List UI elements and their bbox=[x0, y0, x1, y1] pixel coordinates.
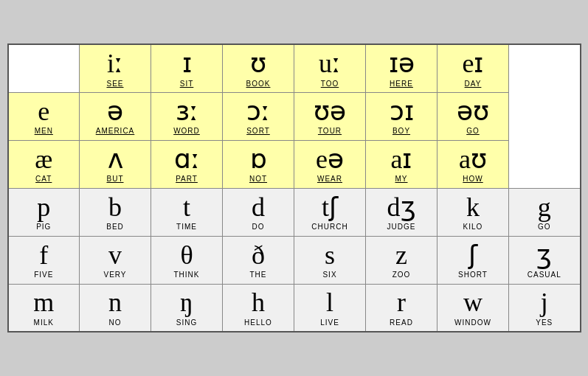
cell-kilo: k KILO bbox=[437, 188, 509, 236]
cell-day: eɪ DAY bbox=[437, 44, 509, 92]
symbol-bed: b bbox=[83, 193, 148, 223]
symbol-time: t bbox=[154, 193, 219, 223]
word-do: DO bbox=[226, 223, 291, 231]
symbol-america: ə bbox=[83, 97, 148, 127]
symbol-here: ɪə bbox=[369, 49, 434, 79]
cell-very: v VERY bbox=[80, 236, 151, 284]
word-very: VERY bbox=[83, 271, 148, 279]
cell-judge: dʒ JUDGE bbox=[366, 188, 437, 236]
vowel-row-1: iː SEE ɪ SIT ʊ BOOK uː TOO ɪə HERE eɪ DA… bbox=[8, 44, 581, 92]
cell-six: s SIX bbox=[294, 236, 366, 284]
symbol-kilo: k bbox=[440, 193, 505, 223]
cell-see: iː SEE bbox=[80, 44, 151, 92]
cell-no: n NO bbox=[80, 284, 151, 332]
cell-read: r READ bbox=[366, 284, 437, 332]
symbol-window: w bbox=[440, 288, 505, 318]
consonant-row-3: m MILK n NO ŋ SING h HELLO l LIVE r READ… bbox=[8, 284, 581, 332]
symbol-church: tʃ bbox=[297, 193, 362, 223]
word-my: MY bbox=[369, 175, 434, 183]
cell-my: aɪ MY bbox=[366, 140, 437, 188]
cell-think: θ THINK bbox=[151, 236, 223, 284]
cell-window: w WINDOW bbox=[437, 284, 509, 332]
symbol-but: ʌ bbox=[83, 145, 148, 175]
symbol-yes: j bbox=[512, 288, 577, 318]
symbol-book: ʊ bbox=[226, 49, 291, 79]
symbol-sing: ŋ bbox=[154, 288, 219, 318]
empty-cell bbox=[8, 44, 80, 92]
symbol-how: aʊ bbox=[440, 145, 505, 175]
word-sing: SING bbox=[154, 318, 219, 327]
word-read: READ bbox=[369, 318, 434, 327]
ipa-chart: iː SEE ɪ SIT ʊ BOOK uː TOO ɪə HERE eɪ DA… bbox=[7, 43, 581, 333]
cell-here: ɪə HERE bbox=[366, 44, 437, 92]
word-milk: MILK bbox=[12, 318, 77, 327]
symbol-no: n bbox=[83, 288, 148, 318]
symbol-judge: dʒ bbox=[369, 193, 434, 223]
cell-cat: æ CAT bbox=[8, 140, 80, 188]
cell-hello: h HELLO bbox=[223, 284, 294, 332]
cell-milk: m MILK bbox=[8, 284, 80, 332]
symbol-cat: æ bbox=[12, 145, 77, 175]
symbol-day: eɪ bbox=[440, 49, 505, 79]
word-short: SHORT bbox=[440, 271, 505, 279]
word-not: NOT bbox=[226, 175, 291, 183]
symbol-zoo: z bbox=[369, 241, 434, 271]
cell-pig: p PIG bbox=[8, 188, 80, 236]
cell-yes: j YES bbox=[509, 284, 581, 332]
cell-time: t TIME bbox=[151, 188, 223, 236]
word-think: THINK bbox=[154, 271, 219, 279]
word-no: NO bbox=[83, 318, 148, 327]
symbol-part: ɑː bbox=[154, 145, 219, 175]
word-part: PART bbox=[154, 175, 219, 183]
word-sort: SORT bbox=[226, 127, 291, 135]
word-day: DAY bbox=[440, 80, 505, 88]
word-cat: CAT bbox=[12, 175, 77, 183]
cell-part: ɑː PART bbox=[151, 140, 223, 188]
cell-the: ð THE bbox=[223, 236, 294, 284]
cell-church: tʃ CHURCH bbox=[294, 188, 366, 236]
symbol-the: ð bbox=[226, 241, 291, 271]
word-america: AMERICA bbox=[83, 127, 148, 135]
word-the: THE bbox=[226, 271, 291, 279]
cell-book: ʊ BOOK bbox=[223, 44, 294, 92]
cell-zoo: z ZOO bbox=[366, 236, 437, 284]
symbol-my: aɪ bbox=[369, 145, 434, 175]
symbol-tour: ʊə bbox=[297, 97, 362, 127]
symbol-go-cons: g bbox=[512, 193, 577, 223]
word-zoo: ZOO bbox=[369, 271, 434, 279]
word-casual: CASUAL bbox=[512, 271, 577, 279]
cell-america: ə AMERICA bbox=[80, 92, 151, 140]
symbol-too: uː bbox=[297, 49, 362, 79]
word-five: FIVE bbox=[12, 271, 77, 279]
word-window: WINDOW bbox=[440, 318, 505, 327]
cell-five: f FIVE bbox=[8, 236, 80, 284]
symbol-very: v bbox=[83, 241, 148, 271]
cell-how: aʊ HOW bbox=[437, 140, 509, 188]
word-judge: JUDGE bbox=[369, 223, 434, 231]
consonant-row-1: p PIG b BED t TIME d DO tʃ CHURCH dʒ JUD… bbox=[8, 188, 581, 236]
cell-wear: eə WEAR bbox=[294, 140, 366, 188]
word-six: SIX bbox=[297, 271, 362, 279]
symbol-sit: ɪ bbox=[154, 49, 219, 79]
symbol-six: s bbox=[297, 241, 362, 271]
word-see: SEE bbox=[83, 80, 148, 88]
cell-sort: ɔː SORT bbox=[223, 92, 294, 140]
symbol-go-vowel: əʊ bbox=[440, 97, 505, 127]
cell-short: ʃ SHORT bbox=[437, 236, 509, 284]
word-how: HOW bbox=[440, 175, 505, 183]
cell-bed: b BED bbox=[80, 188, 151, 236]
word-word: WORD bbox=[154, 127, 219, 135]
symbol-five: f bbox=[12, 241, 77, 271]
word-here: HERE bbox=[369, 80, 434, 88]
word-live: LIVE bbox=[297, 318, 362, 327]
word-bed: BED bbox=[83, 223, 148, 231]
word-go-vowel: GO bbox=[440, 127, 505, 135]
word-wear: WEAR bbox=[297, 175, 362, 183]
cell-casual: ʒ CASUAL bbox=[509, 236, 581, 284]
word-time: TIME bbox=[154, 223, 219, 231]
symbol-boy: ɔɪ bbox=[369, 97, 434, 127]
vowel-row-3: æ CAT ʌ BUT ɑː PART ɒ NOT eə WEAR aɪ MY … bbox=[8, 140, 581, 188]
cell-boy: ɔɪ BOY bbox=[366, 92, 437, 140]
symbol-not: ɒ bbox=[226, 145, 291, 175]
word-hello: HELLO bbox=[226, 318, 291, 327]
